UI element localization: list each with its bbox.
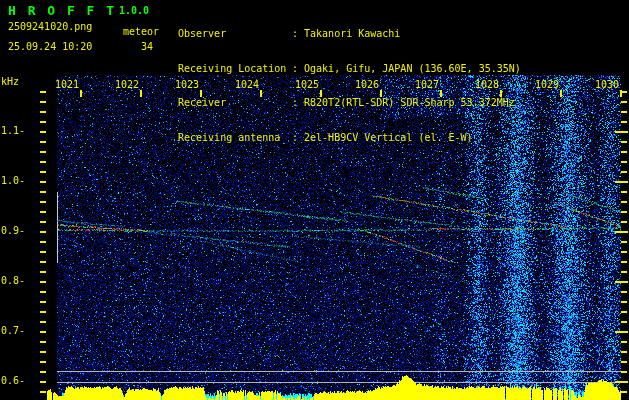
- time-tick-label: 1029: [533, 79, 559, 90]
- info-value: Takanori Kawachi: [304, 28, 400, 39]
- location-row: Receiving Location:Ogaki, Gifu, JAPAN (1…: [178, 63, 521, 75]
- mode-label: meteor: [123, 26, 159, 37]
- frequency-axis-unit: kHz: [1, 76, 19, 87]
- observer-row: Observer:Takanori Kawachi: [178, 28, 521, 40]
- info-label: Receiving antenna: [178, 132, 292, 144]
- info-label: Receiver: [178, 97, 292, 109]
- hrofft-window: H R O F F T 1.0.0 2509241020.png meteor …: [0, 0, 629, 400]
- observation-datetime: 25.09.24 10:20: [8, 41, 92, 52]
- time-tick-label: 1026: [353, 79, 379, 90]
- time-tick-label: 1025: [293, 79, 319, 90]
- info-label: Receiving Location: [178, 63, 292, 75]
- time-tick-label: 1023: [173, 79, 199, 90]
- time-tick-label: 1030: [593, 79, 619, 90]
- echo-count: 34: [141, 41, 153, 52]
- time-tick-label: 1024: [233, 79, 259, 90]
- info-value: 2el-HB9CV Vertical (el. E-W): [304, 132, 473, 143]
- antenna-row: Receiving antenna:2el-HB9CV Vertical (el…: [178, 132, 521, 144]
- time-tick-label: 1028: [473, 79, 499, 90]
- time-tick-label: 1022: [113, 79, 139, 90]
- freq-tick-label: 0.6-: [1, 375, 25, 386]
- freq-tick-label: 0.8-: [1, 275, 25, 286]
- freq-tick-label: 0.7-: [1, 325, 25, 336]
- time-tick-label: 1027: [413, 79, 439, 90]
- freq-tick-label: 1.0-: [1, 175, 25, 186]
- freq-tick-label: 0.9-: [1, 225, 25, 236]
- info-value: Ogaki, Gifu, JAPAN (136.60E, 35.35N): [304, 63, 521, 74]
- app-version: 1.0.0: [119, 5, 149, 16]
- info-value: R820T2(RTL-SDR) SDR-Sharp 53.372MHz: [304, 97, 515, 108]
- receiver-row: Receiver:R820T2(RTL-SDR) SDR-Sharp 53.37…: [178, 97, 521, 109]
- station-info-block: Observer:Takanori Kawachi Receiving Loca…: [178, 5, 521, 166]
- output-filename: 2509241020.png: [8, 21, 92, 32]
- app-title: H R O F F T: [8, 3, 116, 18]
- info-label: Observer: [178, 28, 292, 40]
- freq-tick-label: 1.1-: [1, 125, 25, 136]
- time-tick-label: 1021: [53, 79, 79, 90]
